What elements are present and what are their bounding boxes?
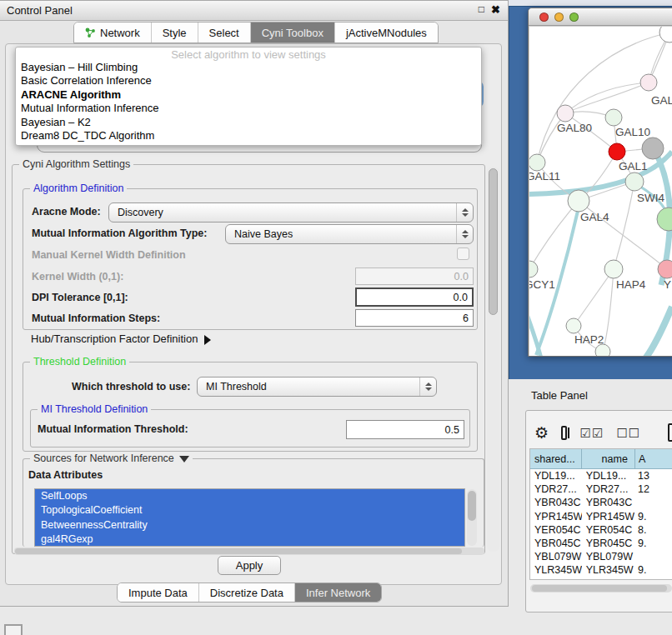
algorithm-definition-group: Algorithm Definition Aracne Mode: Discov… bbox=[23, 188, 478, 330]
network-edge[interactable] bbox=[529, 302, 541, 357]
tab-label: Cyni Toolbox bbox=[262, 27, 323, 39]
tab-label: Infer Network bbox=[306, 587, 370, 599]
tab-infer-network[interactable]: Infer Network bbox=[294, 583, 381, 602]
network-node[interactable] bbox=[595, 344, 610, 357]
network-node-swi4[interactable] bbox=[625, 172, 644, 191]
network-edge[interactable] bbox=[643, 307, 672, 357]
kernel-width-field[interactable] bbox=[355, 268, 474, 285]
network-edge[interactable] bbox=[614, 182, 634, 269]
network-node-gcy1[interactable] bbox=[529, 261, 538, 278]
mi-threshold-field[interactable] bbox=[346, 420, 464, 439]
tab-cyni-toolbox[interactable]: Cyni Toolbox bbox=[250, 22, 334, 42]
manual-kernel-width-checkbox[interactable] bbox=[457, 248, 469, 260]
network-node-gal11[interactable] bbox=[529, 154, 545, 171]
float-window-icon[interactable]: □ bbox=[479, 3, 484, 15]
table-row[interactable]: YDL19...YDL19...13 bbox=[530, 469, 672, 482]
minimize-traffic-light-icon[interactable] bbox=[554, 12, 564, 22]
network-node-gal1[interactable] bbox=[609, 143, 625, 160]
table-row[interactable]: YLR345WYLR345W9. bbox=[530, 563, 672, 577]
apply-button[interactable]: Apply bbox=[218, 556, 281, 575]
settings-scrollbar-thumb[interactable] bbox=[489, 168, 498, 315]
network-node[interactable] bbox=[642, 138, 664, 159]
algorithm-option-bayesian-k2[interactable]: Bayesian – K2 bbox=[16, 116, 481, 129]
algorithm-option-bayesian-hill-climbing[interactable]: Bayesian – Hill Climbing bbox=[16, 61, 481, 74]
hub-definition-toggle[interactable]: Hub/Transcription Factor Definition bbox=[31, 332, 211, 345]
tab-select[interactable]: Select bbox=[198, 22, 250, 42]
network-node-hap4[interactable] bbox=[604, 260, 623, 278]
tab-jactivemnodules[interactable]: jActiveMNodules bbox=[334, 22, 438, 42]
node-label-hap4: HAP4 bbox=[616, 278, 646, 291]
mi-threshold-label: Mutual Information Threshold: bbox=[38, 423, 188, 435]
node-table[interactable]: shared...nameAYDL19...YDL19...13YDR27...… bbox=[529, 448, 672, 580]
dpi-tolerance-field[interactable] bbox=[355, 288, 474, 307]
kernel-width-label: Kernel Width (0,1): bbox=[32, 271, 123, 282]
tab-discretize-data[interactable]: Discretize Data bbox=[198, 583, 294, 602]
settings-hscrollbar-thumb[interactable] bbox=[15, 548, 462, 554]
attribute-item-gal4rgexp[interactable]: gal4RGexp bbox=[35, 532, 464, 547]
control-panel-window: Control Panel □ ✖ NetworkStyleSelectCyni… bbox=[0, 0, 509, 607]
network-node-y[interactable] bbox=[658, 260, 672, 278]
network-canvas[interactable]: GAL2GAL80GAL10GAL1GAL11SWI4GAL4GCY1HAP4Y… bbox=[529, 27, 672, 357]
unchecked-boxes-icon[interactable]: ☐☐ bbox=[616, 427, 640, 439]
data-attributes-list[interactable]: SelfLoopsTopologicalCoefficientBetweenne… bbox=[34, 488, 465, 547]
settings-vertical-scrollbar[interactable] bbox=[487, 167, 499, 552]
network-view-window[interactable]: GAL2GAL80GAL10GAL1GAL11SWI4GAL4GCY1HAP4Y… bbox=[528, 8, 672, 357]
attributes-scrollbar-thumb[interactable] bbox=[468, 491, 476, 521]
network-node[interactable] bbox=[657, 208, 672, 231]
attribute-item-selfloops[interactable]: SelfLoops bbox=[35, 489, 464, 503]
tab-style[interactable]: Style bbox=[151, 22, 198, 42]
network-node-gal4[interactable] bbox=[568, 190, 589, 212]
network-node[interactable] bbox=[659, 27, 672, 42]
columns-icon[interactable] bbox=[561, 426, 567, 440]
algorithm-option-aracne-algorithm[interactable]: ARACNE Algorithm bbox=[16, 88, 481, 102]
table-cell: 9. bbox=[634, 537, 672, 550]
table-cell: YBR045C bbox=[530, 537, 582, 550]
table-row[interactable]: YPR145WYPR145W9. bbox=[530, 510, 672, 523]
close-icon[interactable]: ✖ bbox=[491, 3, 500, 16]
column-header-name[interactable]: name bbox=[582, 449, 635, 469]
network-node-gal10[interactable] bbox=[605, 109, 622, 126]
column-header-shared-[interactable]: shared... bbox=[530, 449, 582, 469]
tab-impute-data[interactable]: Impute Data bbox=[118, 583, 198, 602]
table-cell: 12 bbox=[634, 482, 672, 496]
table-panel-frame: ⚙ ☑☑ ☐☐ shared...nameAYDL19...YDL19...13… bbox=[525, 410, 672, 612]
tab-label: Style bbox=[163, 27, 187, 39]
table-row[interactable]: YDR27...YDR27...12 bbox=[530, 482, 672, 496]
algorithm-dropdown: Select algorithm to view settings Bayesi… bbox=[15, 47, 482, 146]
mi-algorithm-type-combo[interactable]: Naive Bayes bbox=[225, 224, 474, 244]
close-traffic-light-icon[interactable] bbox=[539, 12, 549, 22]
network-edge[interactable] bbox=[574, 269, 614, 326]
page-icon[interactable] bbox=[668, 423, 672, 442]
table-horizontal-scrollbar[interactable] bbox=[530, 584, 672, 592]
attribute-item-topologicalcoefficient[interactable]: TopologicalCoefficient bbox=[35, 503, 464, 518]
network-node-gal80[interactable] bbox=[557, 105, 574, 122]
checked-boxes-icon[interactable]: ☑☑ bbox=[579, 427, 604, 439]
network-edge[interactable] bbox=[565, 82, 649, 113]
table-row[interactable]: YIL052CYIL052C9 bbox=[530, 578, 672, 581]
algorithm-option-mutual-information-inference[interactable]: Mutual Information Inference bbox=[16, 102, 481, 115]
tab-network[interactable]: Network bbox=[74, 22, 151, 42]
data-attributes-label: Data Attributes bbox=[28, 469, 103, 481]
network-node-gal2[interactable] bbox=[640, 74, 657, 91]
table-hscrollbar-thumb[interactable] bbox=[532, 585, 667, 592]
table-row[interactable]: YBL079WYBL079W bbox=[530, 550, 672, 563]
attribute-item-betweennesscentrality[interactable]: BetweennessCentrality bbox=[35, 518, 464, 532]
expand-right-icon bbox=[204, 335, 211, 345]
table-row[interactable]: YER054CYER054C8. bbox=[530, 523, 672, 537]
attributes-scrollbar[interactable] bbox=[467, 489, 477, 546]
column-header-a[interactable]: A bbox=[635, 449, 672, 469]
zoom-traffic-light-icon[interactable] bbox=[569, 12, 579, 22]
network-node-hap2[interactable] bbox=[566, 318, 581, 333]
table-row[interactable]: YBR043CYBR043C bbox=[530, 496, 672, 509]
gear-icon[interactable]: ⚙ bbox=[534, 425, 549, 441]
table-row[interactable]: YBR045CYBR045C9. bbox=[530, 537, 672, 550]
settings-horizontal-scrollbar[interactable] bbox=[14, 548, 484, 555]
aracne-mode-combo[interactable]: Discovery bbox=[108, 202, 474, 222]
algorithm-option-dream8-dc-tdc-algorithm[interactable]: Dream8 DC_TDC Algorithm bbox=[16, 129, 481, 142]
algorithm-option-basic-correlation-inference[interactable]: Basic Correlation Inference bbox=[16, 74, 481, 88]
table-cell: 13 bbox=[634, 469, 672, 482]
mi-steps-field[interactable] bbox=[355, 309, 474, 327]
collapsed-panel-icon[interactable] bbox=[4, 624, 23, 635]
which-threshold-label: Which threshold to use: bbox=[72, 381, 190, 392]
which-threshold-combo[interactable]: MI Threshold bbox=[197, 377, 437, 397]
